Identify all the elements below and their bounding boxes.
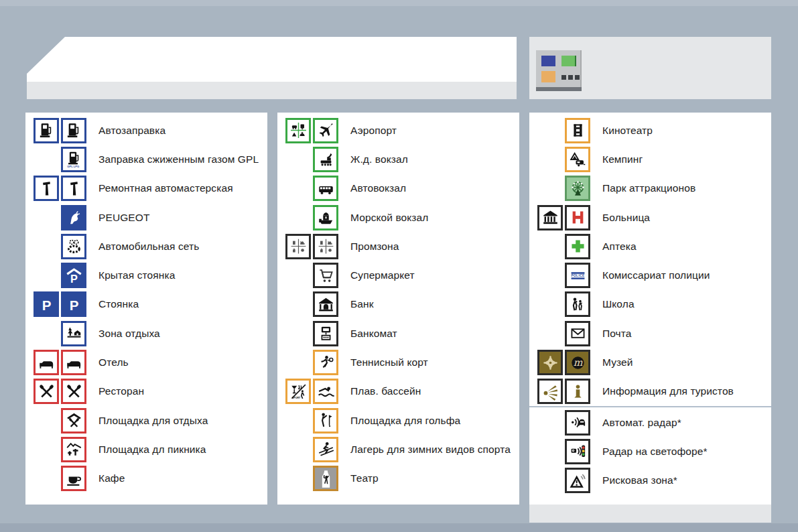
legend-label: Музей (602, 356, 633, 369)
chip-orange-square (541, 71, 555, 82)
legend-label: Крытая стоянка (98, 269, 175, 281)
legend-row: Кемпинг (529, 145, 771, 174)
theatre-icon (313, 466, 338, 491)
legend-row: Автовокзал (277, 174, 519, 203)
header-banner (27, 37, 517, 82)
golf-icon (313, 408, 338, 434)
pharmacy-cross-icon (565, 234, 590, 259)
repair-tool-icon (34, 176, 59, 201)
svg-text:P: P (70, 272, 78, 284)
legend-row-icons: P (29, 263, 86, 288)
legend-label: Банкомат (350, 328, 397, 340)
legend-label: Банк (350, 298, 374, 310)
legend-column-transport-commerce-sport: АэропортЖ.д. вокзалАвтовокзалМорской вок… (277, 113, 519, 505)
legend-row-icons (29, 408, 86, 434)
legend-row-icons (29, 350, 86, 375)
legend-row-icons: PP (29, 291, 86, 317)
legend-label: Кемпинг (602, 153, 643, 165)
svg-text:GPL LPG: GPL LPG (67, 165, 79, 169)
repair-tool-icon (61, 176, 86, 201)
legend-row: GPL LPGЗаправка сжиженным газом GPL (25, 145, 267, 174)
legend-row-icons (29, 379, 86, 404)
airplane-icon (313, 118, 338, 143)
legend-row-icons: SPORT (281, 379, 338, 404)
svg-text:POLICE: POLICE (571, 274, 585, 277)
legend-row: Кинотеатр (529, 116, 771, 145)
legend-label: Ресторан (98, 385, 144, 397)
rest-site-icon (61, 408, 86, 434)
legend-row: Промзона (277, 232, 519, 261)
legend-label: Стоянка (98, 298, 139, 310)
chip-green-square (561, 56, 576, 66)
legend-row-icons (29, 437, 86, 462)
legend-row: Ресторан (25, 377, 267, 406)
legend-row-icons: GPL LPG (29, 147, 86, 172)
cafe-icon (61, 466, 86, 491)
legend-label: Супермаркет (350, 269, 415, 281)
legend-label: Площадка для гольфа (350, 415, 460, 427)
car-network-icon (61, 234, 86, 259)
legend-row: Театр (277, 464, 519, 493)
legend-label: Школа (602, 298, 635, 310)
parking-icon: P (34, 291, 59, 317)
fuel-pump-icon (34, 118, 59, 143)
legend-row: Автомат. радар* (529, 408, 771, 437)
legend-row: Аэропорт (277, 116, 519, 145)
legend-row-icons (29, 234, 86, 259)
legend-row-icons (533, 234, 590, 259)
legend-row: Супермаркет (277, 261, 519, 289)
legend-row: Морской вокзал (277, 203, 519, 232)
legend-row: Автомобильная сеть (25, 232, 267, 261)
legend-label: Комиссариат полиции (602, 269, 710, 281)
legend-row-icons (29, 176, 86, 201)
legend-label: Автовокзал (350, 182, 406, 194)
background-top-shade (0, 0, 798, 6)
legend-row-icons (533, 291, 590, 317)
legend-row: Школа (529, 290, 771, 319)
legend-label: Кафе (98, 472, 125, 484)
sea-port-icon (313, 205, 338, 230)
legend-row: Площадка для гольфа (277, 406, 519, 435)
bank-icon (313, 291, 338, 317)
header-banner-shadow-strip (27, 82, 517, 99)
legend-row: Отель (25, 348, 267, 377)
legend-row: Ж.д. вокзал (277, 145, 519, 174)
museum-m-icon: m (565, 350, 590, 375)
legend-row-icons (533, 379, 590, 404)
legend-row: Банк (277, 290, 519, 319)
legend-row: PКрытая стоянка (25, 261, 267, 289)
legend-label: Зона отдыха (98, 328, 160, 340)
legend-row-icons (29, 466, 86, 491)
legend-row-icons (281, 408, 338, 434)
legend-row: Парк аттракционов (529, 174, 771, 203)
legend-row-icons (281, 291, 338, 317)
legend-row: PEUGEOT (25, 203, 267, 232)
legend-column-auto-services: АвтозаправкаGPL LPGЗаправка сжиженным га… (25, 113, 267, 505)
supermarket-cart-icon (313, 263, 338, 288)
tourist-rays-icon (537, 379, 563, 404)
fun-park-icon (565, 176, 590, 201)
legend-label: Парк аттракционов (602, 182, 695, 194)
legend-row-icons (533, 147, 590, 172)
legend-row-icons (533, 118, 590, 143)
legend-label: Морской вокзал (350, 212, 428, 224)
legend-row: Почта (529, 319, 771, 348)
legend-label: Почта (602, 328, 632, 340)
legend-label: Заправка сжиженным газом GPL (98, 153, 259, 165)
legend-row-icons (281, 205, 338, 230)
legend-label: PEUGEOT (98, 212, 150, 224)
legend-row-icons (533, 439, 590, 464)
legend-row-icons (281, 147, 338, 172)
legend-label: Ремонтная автомастерская (98, 182, 233, 194)
radar-icon (565, 410, 590, 436)
legend-row-icons (533, 410, 590, 436)
camping-icon (565, 147, 590, 172)
legend-label: Автозаправка (98, 125, 165, 137)
legend-label: Аэропорт (350, 125, 397, 137)
museum-building-icon (537, 205, 563, 230)
svg-text:SPORT: SPORT (291, 397, 300, 399)
legend-row-icons (533, 205, 590, 230)
legend-row-icons (29, 118, 86, 143)
legend-column-culture-services-radars: КинотеатрКемпингПарк аттракционовБольниц… (529, 113, 771, 505)
multi-transport-icon (285, 118, 311, 143)
